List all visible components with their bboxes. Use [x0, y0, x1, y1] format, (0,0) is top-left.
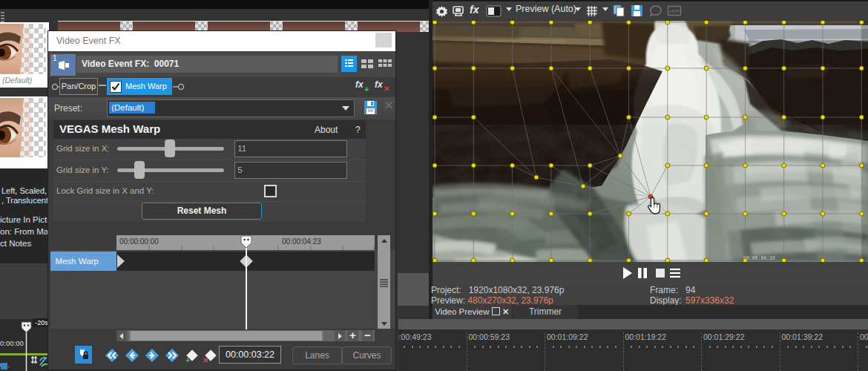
- svg-text:✕: ✕: [203, 356, 208, 364]
- svg-text:HDR: HDR: [670, 9, 680, 13]
- svg-text:+: +: [185, 355, 190, 364]
